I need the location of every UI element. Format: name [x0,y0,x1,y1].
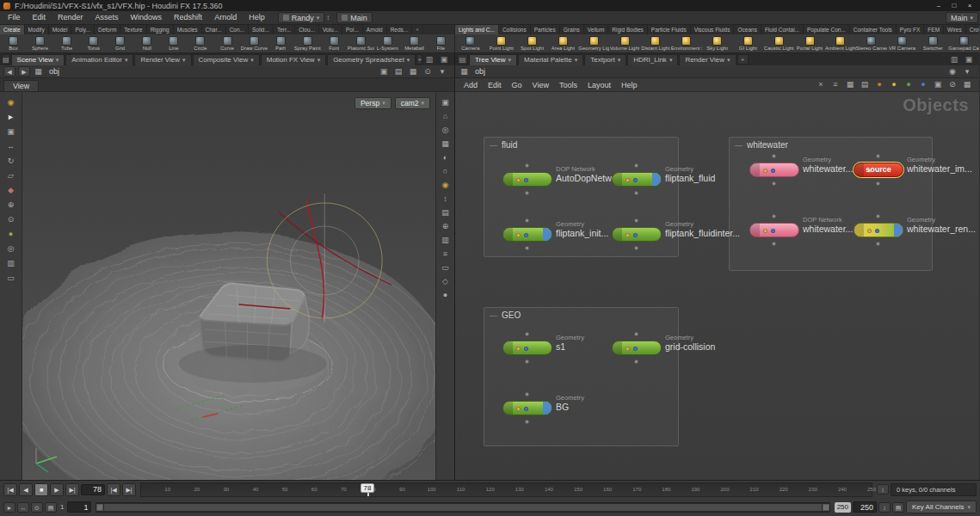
shelf-tool-draw-curve[interactable]: Draw Curve [241,35,268,51]
flag-orange-icon[interactable]: ● [873,79,885,90]
shelf-tool-stereo-camera[interactable]: Stereo Camera [856,35,887,51]
pane-tab-geometry-spreadsheet[interactable]: Geometry Spreadsheet▾ [327,54,416,65]
shelf-tool-curve[interactable]: Curve [214,35,241,51]
camera-selector[interactable]: cam2 ▾ [395,97,430,109]
range-end-field[interactable] [853,501,877,513]
shelf-tool-spray-paint[interactable]: Spray Paint [294,35,321,51]
pane-tab-add-icon[interactable]: + [416,54,422,64]
shelf-tab-texture[interactable]: Texture [120,25,146,34]
shelf-tab-con[interactable]: Con... [226,25,249,34]
input-connector[interactable] [525,332,529,336]
shelf-tab-create[interactable]: Create [0,25,25,34]
key-all-dropdown[interactable]: Key All Channels ▾ [906,501,977,513]
pane-tab-hdri-link[interactable]: HDRI_Link▾ [627,54,678,65]
translate-keys-icon[interactable]: ↔ [17,502,29,513]
shelf-tab-terr[interactable]: Terr... [274,25,295,34]
shelf-tab-modify[interactable]: Modify [25,25,49,34]
shelf-tool-camera[interactable]: Camera [455,35,486,51]
shelf-tab-populate-con[interactable]: Populate Con... [804,25,850,34]
pane-tab-textport[interactable]: Textport▾ [584,54,626,65]
shelf-tab-wires[interactable]: Wires [944,25,966,34]
pane-tab-motion-fx-view[interactable]: Motion FX View▾ [261,54,326,65]
shelf-tool-switcher[interactable]: Switcher [917,35,948,51]
menu-help[interactable]: Help [243,11,271,24]
output-connector[interactable] [525,191,529,195]
snap-tool-icon[interactable]: ⊕ [5,200,17,211]
cut-wires-icon[interactable]: × [815,79,827,90]
shelf-tab-pol[interactable]: Pol... [342,25,363,34]
node-whitewater[interactable]: DOP Networkwhitewater... [749,223,799,237]
info-icon[interactable]: ● [440,290,452,301]
network-menu-help[interactable]: Help [616,81,643,89]
shelf-tool-point-light[interactable]: Point Light [486,35,517,51]
menu-windows[interactable]: Windows [125,11,169,24]
audio-panel-icon[interactable]: ▤ [45,502,57,513]
node-body[interactable] [612,341,662,355]
input-connector[interactable] [525,392,529,396]
output-connector[interactable] [525,246,529,250]
node-body[interactable] [502,172,552,187]
select-keys-icon[interactable]: ► [3,502,15,513]
ruler-icon[interactable]: ▥ [440,235,452,246]
range-start-handle[interactable] [96,504,103,511]
maximize-pane-icon[interactable]: ▣ [963,54,975,65]
shelf-tool-distant-light[interactable]: Distant Light [640,35,671,51]
collapse-icon[interactable]: — [735,141,743,150]
wireframe-icon[interactable]: ○ [440,166,452,177]
shelf-tool-l-system[interactable]: L-System [374,35,401,51]
shelf-tool-sky-light[interactable]: Sky Light [702,35,733,51]
input-connector[interactable] [634,218,638,223]
input-connector[interactable] [772,154,776,158]
shelf-tab-deform[interactable]: Deform [95,25,120,34]
maximize-button[interactable]: □ [947,1,961,10]
node-body[interactable]: source [854,163,903,177]
node-body[interactable] [502,227,552,242]
node-body[interactable] [612,227,662,242]
output-connector[interactable] [634,359,638,364]
pane-tab-render-view[interactable]: Render View▾ [134,54,191,65]
close-button[interactable]: × [963,1,977,10]
shelf-tool-gi-light[interactable]: GI Light [732,35,763,51]
next-key-button[interactable]: ▶| [122,483,136,496]
shelf-tab-volu[interactable]: Volu... [319,25,342,34]
frame-selected-icon[interactable]: ◎ [440,125,452,136]
network-menu-go[interactable]: Go [507,81,527,89]
output-connector[interactable] [876,242,880,246]
network-box-geo[interactable]: —GEO [484,307,679,446]
shelf-tab-muscles[interactable]: Muscles [174,25,202,34]
layout-nodes-icon[interactable]: ▤ [859,79,871,90]
network-menu-view[interactable]: View [527,81,554,89]
handles-tool-icon[interactable]: ⊙ [5,214,17,225]
flag-yellow-icon[interactable]: ● [888,79,900,90]
pane-tab-animation-editor[interactable]: Animation Editor▾ [65,54,133,65]
layout-single-icon[interactable]: ▣ [378,66,390,77]
shelf-tab-particle-fluids[interactable]: Particle Fluids [648,25,691,34]
camera-view-icon[interactable]: ▣ [440,97,452,108]
shelf-tab-lights-and-c[interactable]: Lights and C... [455,25,499,34]
minimize-button[interactable]: – [932,1,946,10]
node-body[interactable] [749,223,799,237]
output-connector[interactable] [772,181,776,186]
node-whitewater-ren[interactable]: Geometrywhitewater_ren... [854,223,903,237]
node-body[interactable] [502,341,552,355]
shelf-tool-null[interactable]: Null [133,35,160,51]
shelf-tab-model[interactable]: Model [49,25,72,34]
shelf-tab-collisions[interactable]: Collisions [499,25,531,34]
range-start-field[interactable] [67,501,91,513]
pane-tab-render-view[interactable]: Render View▾ [679,54,736,65]
memory-icon[interactable]: ▭ [440,262,452,273]
scale-tool-icon[interactable]: ▱ [5,170,17,181]
shelf-tool-torus[interactable]: Torus [80,35,107,51]
grid-snap-icon[interactable]: ▦ [844,79,856,90]
input-connector[interactable] [634,332,638,336]
shelf-tool-caustic-light[interactable]: Caustic Light [763,35,794,51]
lighting-icon[interactable]: ◉ [440,180,452,191]
output-connector[interactable] [772,242,776,246]
shelf-tab-grains[interactable]: Grains [560,25,584,34]
node-fliptank-fluid[interactable]: Geometryfliptank_fluid [612,172,662,187]
current-frame-field[interactable] [81,484,105,495]
jump-start-button[interactable]: |◀ [3,483,17,496]
shelf-tab-crowds[interactable]: Crowds [966,25,979,34]
translate-tool-icon[interactable]: ↔ [5,141,17,152]
input-connector[interactable] [772,214,776,218]
